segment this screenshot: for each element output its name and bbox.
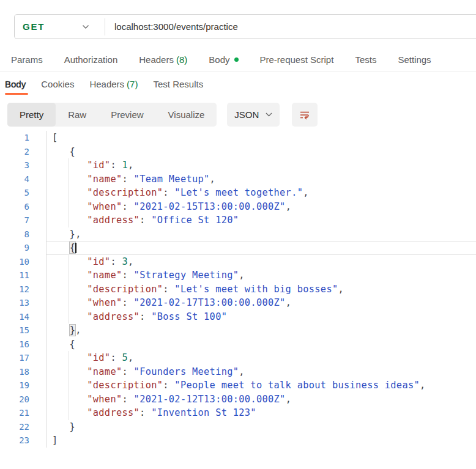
line-number: 19 (0, 379, 29, 393)
line-number: 14 (0, 310, 29, 324)
text-cursor (75, 243, 76, 253)
code-line-10[interactable]: 10 "id": 3, (0, 255, 476, 269)
code-text: "address": "Invention St 123" (52, 406, 256, 420)
line-number: 15 (0, 323, 29, 338)
code-line-6[interactable]: 6 "when": "2021-02-15T13:00:00.000Z", (0, 200, 476, 214)
code-line-21[interactable]: 21 "address": "Invention St 123" (0, 406, 476, 420)
code-line-19[interactable]: 19 "description": "People meet to talk a… (0, 379, 476, 393)
line-number: 13 (0, 296, 29, 310)
code-line-9[interactable]: 9 { (0, 241, 476, 255)
code-text: "when": "2021-02-15T13:00:00.000Z", (52, 200, 291, 214)
code-text: }, (52, 227, 81, 242)
response-body-editor[interactable]: 1[2 {3 "id": 1,4 "name": "Team Meetup",5… (0, 131, 476, 448)
code-line-18[interactable]: 18 "name": "Founders Meeting", (0, 365, 476, 379)
code-line-7[interactable]: 7 "address": "Office St 120" (0, 213, 476, 227)
request-tab-authorization[interactable]: Authorization (64, 54, 118, 65)
active-line-highlight (46, 241, 476, 255)
code-text: "description": "Let's meet together.", (52, 186, 309, 200)
code-line-12[interactable]: 12 "description": "Let's meet with big b… (0, 283, 476, 297)
request-tab-settings[interactable]: Settings (398, 54, 431, 65)
line-number: 5 (0, 186, 29, 200)
tab-label: Params (11, 54, 43, 65)
request-tab-body[interactable]: Body (209, 54, 238, 65)
url-bar: GET localhost:3000/events/practice (14, 14, 476, 39)
chevron-down-icon (82, 24, 89, 29)
line-number: 3 (0, 158, 29, 172)
code-text: "name": "Team Meetup", (52, 172, 215, 186)
active-tab-underline (5, 93, 28, 95)
tabs-divider (0, 72, 476, 72)
view-mode-group: PrettyRawPreviewVisualize (7, 103, 217, 127)
tab-label: Tests (355, 54, 376, 65)
view-mode-preview[interactable]: Preview (99, 103, 155, 127)
code-text: ] (52, 434, 58, 448)
code-line-1[interactable]: 1[ (0, 131, 476, 145)
code-text: { (52, 338, 75, 352)
request-tab-headers[interactable]: Headers(8) (139, 54, 187, 65)
request-tab-pre-request-script[interactable]: Pre-request Script (260, 54, 334, 65)
code-text: }, (52, 323, 81, 338)
format-label: JSON (234, 109, 259, 120)
response-tab-cookies[interactable]: Cookies (41, 79, 74, 89)
code-line-2[interactable]: 2 { (0, 145, 476, 159)
code-line-16[interactable]: 16 { (0, 338, 476, 352)
request-tab-tests[interactable]: Tests (355, 54, 376, 65)
line-number: 1 (0, 131, 29, 145)
view-mode-visualize[interactable]: Visualize (156, 103, 217, 127)
line-number: 21 (0, 406, 29, 420)
tab-label: Authorization (64, 54, 118, 65)
wrap-lines-icon (299, 109, 311, 121)
code-text: "id": 5, (52, 351, 134, 365)
code-text: "name": "Founders Meeting", (52, 365, 245, 379)
code-text: "name": "Strategy Meeting", (52, 268, 245, 283)
code-line-3[interactable]: 3 "id": 1, (0, 158, 476, 172)
code-line-15[interactable]: 15 }, (0, 323, 476, 338)
line-number: 18 (0, 365, 29, 379)
code-text: "when": "2021-02-12T13:00:00.000Z", (52, 393, 291, 407)
response-tab-headers[interactable]: Headers(7) (89, 79, 138, 89)
code-line-17[interactable]: 17 "id": 5, (0, 351, 476, 365)
tab-label: Body (209, 54, 229, 65)
response-tabs: BodyCookiesHeaders(7)Test Results (5, 79, 203, 89)
code-line-8[interactable]: 8 }, (0, 227, 476, 242)
code-text: } (52, 420, 75, 434)
line-number: 9 (0, 241, 29, 255)
tab-label: Pre-request Script (260, 54, 334, 65)
tab-count-badge: (8) (176, 54, 187, 65)
view-mode-raw[interactable]: Raw (56, 103, 99, 127)
tab-label: Test Results (153, 79, 203, 89)
code-line-11[interactable]: 11 "name": "Strategy Meeting", (0, 268, 476, 283)
line-number: 23 (0, 434, 29, 448)
line-number: 4 (0, 172, 29, 186)
format-dropdown[interactable]: JSON (227, 103, 280, 127)
code-line-4[interactable]: 4 "name": "Team Meetup", (0, 172, 476, 186)
tab-label: Headers (89, 79, 124, 89)
url-bar-separator (105, 18, 105, 35)
line-number: 10 (0, 255, 29, 269)
line-number: 12 (0, 283, 29, 297)
code-text: { (52, 145, 75, 159)
method-selector[interactable]: GET (15, 15, 105, 39)
code-line-22[interactable]: 22 } (0, 420, 476, 434)
line-number: 16 (0, 338, 29, 352)
request-tab-params[interactable]: Params (11, 54, 43, 65)
tab-label: Cookies (41, 79, 74, 89)
code-line-23[interactable]: 23] (0, 434, 476, 448)
code-line-14[interactable]: 14 "address": "Boss St 100" (0, 310, 476, 324)
code-line-13[interactable]: 13 "when": "2021-02-17T13:00:00.000Z", (0, 296, 476, 310)
code-line-20[interactable]: 20 "when": "2021-02-12T13:00:00.000Z", (0, 393, 476, 407)
request-tabs: ParamsAuthorizationHeaders(8)BodyPre-req… (11, 54, 431, 65)
line-number: 20 (0, 393, 29, 407)
code-text: { (52, 241, 76, 255)
code-text: "description": "People meet to talk abou… (52, 379, 426, 393)
wrap-lines-button[interactable] (292, 103, 318, 127)
url-input[interactable]: localhost:3000/events/practice (114, 21, 238, 32)
code-line-5[interactable]: 5 "description": "Let's meet together.", (0, 186, 476, 200)
method-label: GET (23, 21, 45, 32)
view-mode-pretty[interactable]: Pretty (7, 103, 56, 127)
response-tab-body[interactable]: Body (5, 79, 26, 89)
line-number: 17 (0, 351, 29, 365)
response-tab-test-results[interactable]: Test Results (153, 79, 203, 89)
tab-label: Body (5, 79, 26, 89)
code-text: "address": "Office St 120" (52, 213, 239, 227)
